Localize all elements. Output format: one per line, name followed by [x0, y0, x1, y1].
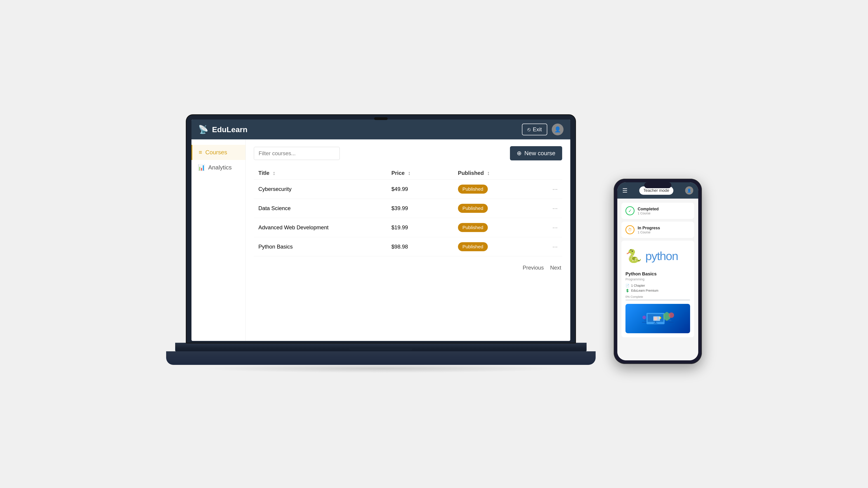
- course-meta: 📄 1 Chapter 💲 EduLearn Premium: [625, 284, 690, 292]
- row-title: Advanced Web Development: [258, 224, 391, 231]
- filter-input[interactable]: [254, 147, 340, 160]
- phone-avatar: 👤: [685, 186, 693, 195]
- inprogress-info: In Progress 1 Course: [638, 226, 660, 234]
- avatar[interactable]: 👤: [552, 124, 563, 135]
- course-category: Programming: [625, 278, 690, 281]
- exit-button[interactable]: ⎋ Exit: [522, 124, 547, 135]
- hamburger-icon[interactable]: ☰: [622, 187, 627, 194]
- completed-label: Completed: [638, 207, 659, 212]
- new-course-button[interactable]: ⊕ New course: [510, 146, 562, 160]
- row-price: $49.99: [391, 186, 458, 192]
- analytics-icon: 📊: [198, 164, 205, 171]
- chapter-icon: 📄: [625, 284, 629, 287]
- header-right: ⎋ Exit 👤: [522, 124, 563, 135]
- laptop-hinge: [349, 347, 412, 350]
- svg-point-9: [669, 313, 674, 318]
- new-course-plus-icon: ⊕: [517, 150, 522, 157]
- courses-icon: ≡: [199, 149, 202, 156]
- next-button[interactable]: Next: [549, 263, 562, 273]
- phone-frame: ☰ Teacher mode 👤 ✓ Completed 1 Course: [614, 179, 702, 364]
- laptop-base: [175, 343, 587, 351]
- col-title[interactable]: Title ↕: [258, 170, 391, 176]
- progress-bar: [625, 299, 690, 301]
- row-title: Cybersecurity: [258, 186, 391, 192]
- svg-rect-12: [669, 322, 674, 323]
- isometric-svg: [635, 306, 680, 331]
- laptop-notch: [374, 117, 388, 120]
- inprogress-count: 1 Course: [638, 230, 660, 234]
- status-badge: Published: [458, 242, 488, 251]
- inprogress-label: In Progress: [638, 226, 660, 230]
- row-status: Published: [458, 242, 538, 251]
- logo-icon: 📡: [198, 125, 209, 134]
- sidebar-item-analytics[interactable]: 📊 Analytics: [191, 160, 246, 175]
- col-actions: [538, 170, 558, 176]
- sidebar: ≡ Courses 📊 Analytics: [191, 139, 246, 341]
- row-price: $19.99: [391, 224, 458, 231]
- course-title: Python Basics: [625, 271, 690, 276]
- row-actions[interactable]: ···: [538, 243, 558, 250]
- row-title: Data Science: [258, 205, 391, 212]
- sort-price-icon: ↕: [408, 170, 411, 176]
- laptop-shadow: [200, 364, 562, 373]
- table-row: Cybersecurity $49.99 Published ···: [254, 180, 562, 199]
- plan-info: 💲 EduLearn Premium: [625, 289, 690, 292]
- new-course-label: New course: [524, 150, 555, 157]
- table-row: Python Basics $98.98 Published ···: [254, 237, 562, 256]
- svg-rect-5: [653, 316, 660, 321]
- python-snake-icon: 🐍: [625, 248, 642, 264]
- previous-button[interactable]: Previous: [522, 263, 545, 273]
- completed-card: ✓ Completed 1 Course: [621, 203, 694, 219]
- sidebar-item-analytics-label: Analytics: [208, 164, 232, 171]
- status-badge: Published: [458, 185, 488, 194]
- phone-notch: [644, 182, 671, 188]
- svg-rect-7: [655, 321, 656, 323]
- completed-count: 1 Course: [638, 212, 659, 215]
- row-price: $39.99: [391, 205, 458, 212]
- exit-label: Exit: [533, 126, 542, 133]
- python-logo: 🐍 python: [625, 245, 690, 267]
- row-status: Published: [458, 185, 538, 194]
- thumbnail-illustration: [625, 304, 690, 333]
- sidebar-item-courses-label: Courses: [205, 149, 227, 156]
- python-text: python: [645, 249, 678, 263]
- chapter-count: 📄 1 Chapter: [625, 284, 690, 287]
- exit-icon: ⎋: [527, 126, 530, 133]
- phone-wrapper: ☰ Teacher mode 👤 ✓ Completed 1 Course: [614, 179, 702, 364]
- app-body: ≡ Courses 📊 Analytics: [191, 139, 570, 341]
- phone-body: ✓ Completed 1 Course ⏱ In Progress 1 Cou…: [617, 199, 698, 360]
- svg-point-10: [643, 316, 646, 319]
- table-row: Advanced Web Development $19.99 Publishe…: [254, 218, 562, 237]
- pagination: Previous Next: [254, 263, 562, 273]
- sort-published-icon: ↕: [487, 170, 490, 176]
- sidebar-item-courses[interactable]: ≡ Courses: [191, 145, 246, 160]
- laptop-bottom: [166, 351, 596, 365]
- row-price: $98.98: [391, 243, 458, 250]
- course-thumbnail[interactable]: [625, 304, 690, 333]
- toolbar: ⊕ New course: [254, 146, 562, 160]
- row-actions[interactable]: ···: [538, 205, 558, 212]
- col-price[interactable]: Price ↕: [391, 170, 458, 176]
- inprogress-icon: ⏱: [625, 225, 634, 234]
- row-title: Python Basics: [258, 243, 391, 250]
- laptop-screen: 📡 EduLearn ⎋ Exit 👤: [191, 120, 570, 341]
- col-published[interactable]: Published ↕: [458, 170, 538, 176]
- row-status: Published: [458, 223, 538, 232]
- main-content: ⊕ New course Title ↕ Price: [246, 139, 570, 341]
- svg-rect-11: [642, 322, 647, 323]
- table-header: Title ↕ Price ↕ Published ↕: [254, 167, 562, 180]
- status-badge: Published: [458, 204, 488, 213]
- progress-label: 0% Complete: [625, 295, 690, 298]
- plan-icon: 💲: [625, 289, 629, 292]
- row-actions[interactable]: ···: [538, 224, 558, 231]
- svg-rect-8: [654, 323, 657, 324]
- app-title: EduLearn: [212, 125, 248, 134]
- course-card[interactable]: 🐍 python Python Basics Programming 📄 1 C…: [621, 240, 694, 337]
- phone-screen: ☰ Teacher mode 👤 ✓ Completed 1 Course: [617, 182, 698, 360]
- sort-title-icon: ↕: [273, 170, 276, 176]
- app-logo: 📡 EduLearn: [198, 125, 248, 134]
- row-status: Published: [458, 204, 538, 213]
- status-badge: Published: [458, 223, 488, 232]
- row-actions[interactable]: ···: [538, 186, 558, 193]
- app-header: 📡 EduLearn ⎋ Exit 👤: [191, 120, 570, 139]
